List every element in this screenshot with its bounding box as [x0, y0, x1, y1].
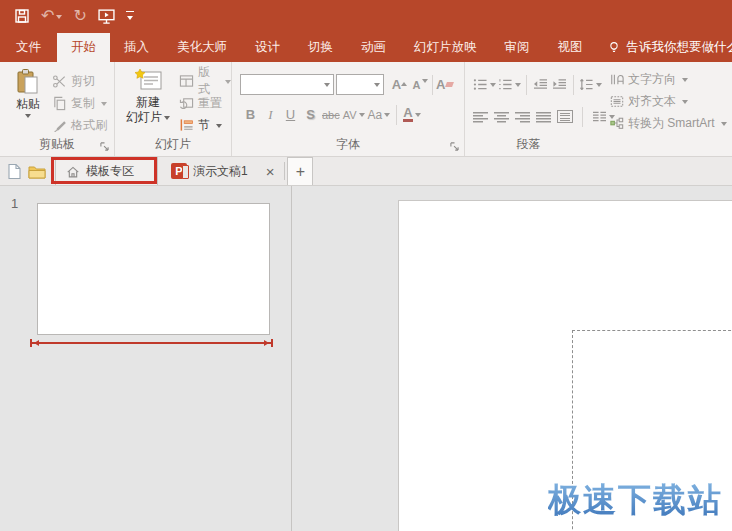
decrease-font-size-button[interactable]: A — [412, 74, 429, 95]
tab-insert[interactable]: 插入 — [110, 33, 163, 62]
font-dialog-launcher-icon[interactable] — [450, 142, 459, 151]
tab-transitions[interactable]: 切换 — [294, 33, 347, 62]
decrease-indent-button[interactable] — [532, 74, 549, 95]
layout-dropdown-icon[interactable] — [225, 80, 231, 87]
bullets-dropdown-icon — [490, 83, 496, 90]
tab-design[interactable]: 设计 — [241, 33, 294, 62]
ribbon-tab-row: 文件 开始 插入 美化大师 设计 切换 动画 幻灯片放映 审阅 视图 告诉我你想… — [0, 33, 732, 62]
cut-icon — [52, 74, 67, 89]
text-direction-icon — [610, 73, 624, 86]
bullets-button[interactable] — [473, 74, 496, 95]
line-spacing-button[interactable] — [579, 74, 602, 95]
text-direction-label: 文字方向 — [628, 71, 676, 88]
new-tab-button[interactable]: + — [287, 157, 313, 185]
reset-label: 重置 — [198, 95, 222, 112]
slides-group-label: 幻灯片 — [115, 136, 231, 153]
red-dimension-line — [30, 342, 273, 344]
align-center-icon[interactable] — [494, 111, 509, 123]
section-icon — [179, 118, 194, 132]
paste-dropdown-icon[interactable] — [25, 114, 31, 121]
close-tab-icon[interactable]: × — [258, 163, 283, 180]
tell-me-box[interactable]: 告诉我你想要做什么 — [597, 33, 732, 62]
redo-button[interactable]: ↻ — [73, 6, 86, 26]
open-folder-icon[interactable] — [28, 164, 46, 179]
paste-button[interactable]: 粘贴 — [8, 68, 48, 119]
font-name-combo[interactable] — [240, 74, 334, 95]
document-tab-bar: 模板专区 P 演示文稿1 × + — [0, 157, 732, 186]
bold-button[interactable]: B — [242, 104, 259, 125]
strikethrough-button[interactable]: abc — [322, 104, 340, 125]
customize-qat-button[interactable] — [126, 6, 134, 26]
tab-beautify-master[interactable]: 美化大师 — [163, 33, 241, 62]
home-icon — [66, 165, 80, 179]
quick-access-toolbar: ↶ ↻ — [14, 6, 134, 26]
tab-animations[interactable]: 动画 — [347, 33, 400, 62]
clipboard-dialog-launcher-icon[interactable] — [100, 142, 109, 151]
font-name-dropdown-icon[interactable] — [324, 83, 330, 90]
divider — [526, 75, 527, 95]
align-text-dropdown-icon[interactable] — [682, 100, 688, 107]
doc-tab-template-zone[interactable]: 模板专区 — [55, 157, 158, 185]
text-direction-dropdown-icon[interactable] — [682, 78, 688, 85]
tab-review[interactable]: 审阅 — [491, 33, 544, 62]
copy-dropdown-icon[interactable] — [101, 102, 107, 109]
change-case-button[interactable]: Aa — [368, 104, 391, 125]
numbering-button[interactable] — [498, 74, 521, 95]
slide-editing-canvas[interactable]: 极速下载站 — [293, 186, 732, 531]
tab-view[interactable]: 视图 — [544, 33, 597, 62]
doc-tab-document1[interactable]: P 演示文稿1 — [161, 157, 258, 185]
convert-smartart-button[interactable]: 转换为 SmartArt — [610, 112, 727, 134]
title-bar: ↶ ↻ — [0, 0, 732, 33]
paste-icon — [15, 68, 41, 96]
italic-button[interactable]: I — [262, 104, 279, 125]
slide-thumbnail-panel[interactable]: 1 — [0, 186, 292, 531]
content-area: 1 极速下载站 — [0, 186, 732, 531]
section-dropdown-icon[interactable] — [216, 124, 222, 131]
lightbulb-icon — [607, 40, 621, 55]
text-shadow-button[interactable]: S — [302, 104, 319, 125]
align-left-icon[interactable] — [473, 111, 488, 123]
justify-icon[interactable] — [536, 111, 551, 123]
align-text-button[interactable]: 对齐文本 — [610, 90, 727, 112]
save-icon[interactable] — [14, 6, 30, 26]
font-color-button[interactable]: A — [403, 104, 420, 125]
redo-icon: ↻ — [73, 8, 86, 24]
case-dropdown-icon — [384, 113, 390, 120]
underline-button[interactable]: U — [282, 104, 299, 125]
template-tab-label: 模板专区 — [86, 163, 134, 180]
undo-dropdown-icon[interactable] — [56, 15, 62, 22]
section-button[interactable]: 节 — [179, 114, 231, 136]
distribute-icon[interactable] — [557, 110, 573, 123]
increase-indent-button[interactable] — [551, 74, 568, 95]
columns-icon — [592, 110, 607, 123]
new-slide-button[interactable]: 新建 幻灯片 — [125, 68, 171, 124]
start-slideshow-button[interactable] — [98, 6, 115, 26]
smartart-dropdown-icon[interactable] — [721, 122, 727, 129]
character-spacing-button[interactable]: AV — [343, 104, 365, 125]
new-slide-icon — [133, 68, 163, 94]
clear-formatting-button[interactable]: A — [436, 74, 453, 95]
bullets-icon — [473, 78, 488, 91]
convert-smartart-label: 转换为 SmartArt — [628, 115, 715, 132]
font-size-combo[interactable] — [336, 74, 384, 95]
slide-1-thumbnail[interactable] — [37, 203, 270, 335]
font-size-dropdown-icon[interactable] — [374, 83, 380, 90]
undo-button[interactable]: ↶ — [41, 6, 62, 26]
copy-button[interactable]: 复制 — [52, 92, 107, 114]
reset-icon — [179, 96, 194, 110]
increase-font-caret-icon — [401, 79, 407, 86]
cut-button[interactable]: 剪切 — [52, 70, 107, 92]
layout-button[interactable]: 版式 — [179, 70, 231, 92]
text-direction-button[interactable]: 文字方向 — [610, 68, 727, 90]
tab-file[interactable]: 文件 — [0, 33, 57, 62]
increase-font-size-button[interactable]: A — [391, 74, 408, 95]
tab-home[interactable]: 开始 — [57, 33, 110, 62]
format-painter-button[interactable]: 格式刷 — [52, 114, 107, 136]
clipboard-group: 粘贴 剪切 复制 格式刷 剪贴板 — [0, 62, 115, 156]
layout-icon — [179, 74, 194, 88]
tab-slideshow[interactable]: 幻灯片放映 — [400, 33, 491, 62]
reset-button[interactable]: 重置 — [179, 92, 231, 114]
powerpoint-file-icon: P — [171, 163, 187, 179]
new-document-icon[interactable] — [7, 163, 22, 180]
align-right-icon[interactable] — [515, 111, 530, 123]
